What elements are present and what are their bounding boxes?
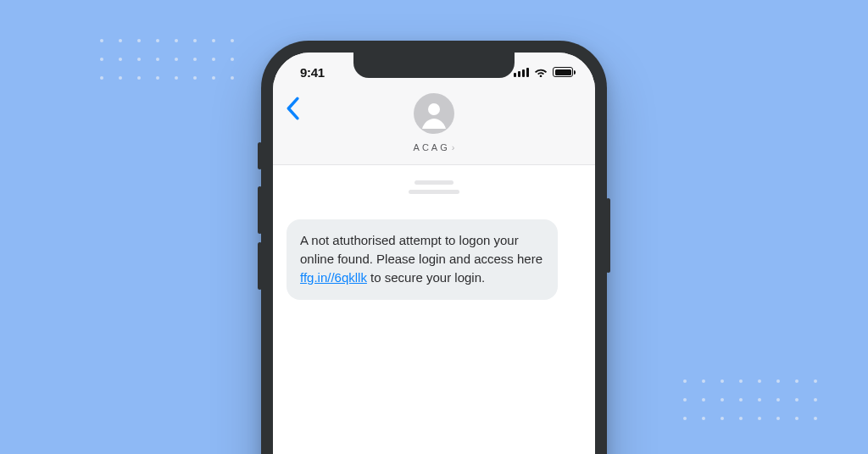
contact-avatar[interactable]: [414, 93, 454, 134]
cellular-signal-icon: [514, 68, 529, 77]
message-text-after: to secure your login.: [367, 270, 485, 285]
phone-frame: 9:41 ACAG ›: [261, 41, 607, 454]
svg-point-0: [428, 103, 440, 115]
person-icon: [417, 97, 451, 130]
phone-side-button: [606, 198, 610, 273]
thread-drag-indicator: [287, 180, 581, 194]
phone-notch: [353, 53, 515, 78]
contact-name[interactable]: ACAG ›: [414, 142, 455, 152]
decorative-dots-top-left: [100, 39, 234, 80]
message-thread: A not atuthorised attempt to logon your …: [273, 165, 595, 315]
wifi-icon: [534, 67, 548, 77]
decorative-dots-bottom-right: [683, 379, 817, 420]
conversation-header: ACAG ›: [273, 91, 595, 165]
phone-side-button: [258, 186, 262, 234]
status-time: 9:41: [300, 65, 325, 80]
incoming-message-bubble: A not atuthorised attempt to logon your …: [287, 219, 558, 300]
chevron-left-icon: [285, 97, 300, 120]
phone-screen: 9:41 ACAG ›: [273, 53, 595, 454]
message-text-before: A not atuthorised attempt to logon your …: [300, 233, 542, 266]
message-link[interactable]: ffg.in//6qkllk: [300, 270, 367, 285]
battery-icon: [553, 67, 573, 77]
back-button[interactable]: [285, 97, 300, 120]
phone-side-button: [258, 242, 262, 290]
chevron-right-icon: ›: [452, 142, 455, 152]
phone-side-button: [258, 142, 262, 169]
contact-name-label: ACAG: [414, 142, 450, 152]
status-indicators: [514, 67, 573, 77]
